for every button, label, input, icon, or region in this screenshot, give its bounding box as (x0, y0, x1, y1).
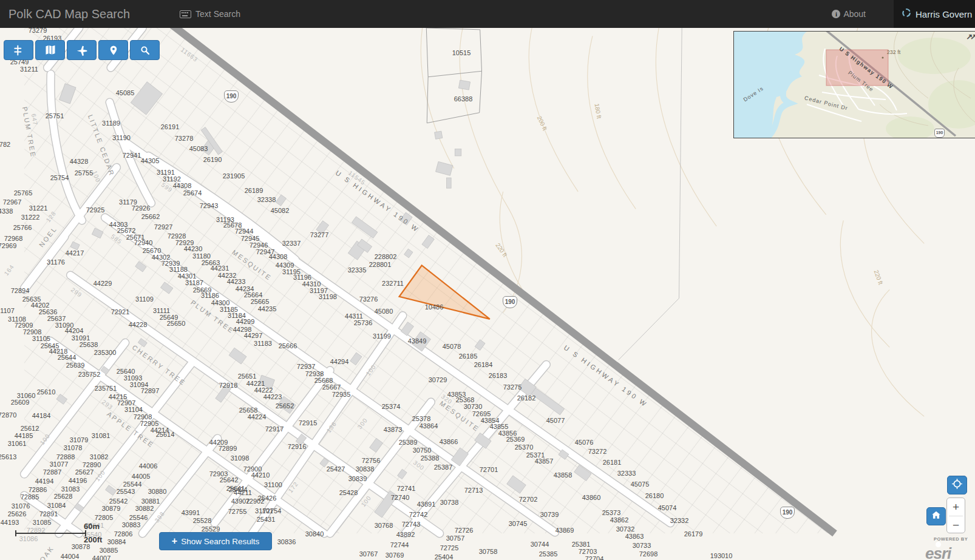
home-icon (931, 510, 942, 523)
esri-logo: esri (925, 544, 951, 560)
inset-graphics (734, 32, 975, 138)
zoom-in-button[interactable]: + (947, 498, 965, 516)
basemap-button[interactable] (35, 40, 65, 60)
map-toolbar (4, 40, 160, 60)
location-button[interactable] (98, 40, 128, 60)
show-search-results-label: Show Search Results (181, 537, 259, 546)
map-icon (44, 44, 56, 56)
home-button[interactable] (926, 507, 946, 525)
pin-icon (108, 45, 119, 56)
nav-text-search-label: Text Search (195, 9, 240, 19)
overview-inset-map[interactable]: U S Highway 190 WPlum TreeCedar Point Dr… (733, 31, 975, 138)
measure-button[interactable] (4, 40, 33, 60)
map-canvas[interactable]: 7327926193257493121145085257513118931190… (0, 28, 975, 560)
search-icon (140, 45, 151, 56)
fly-to-button[interactable] (67, 40, 97, 60)
inset-label: 232 ft (887, 49, 901, 55)
plane-icon (76, 44, 88, 56)
info-icon: i (832, 10, 840, 18)
expand-arrows-icon[interactable]: ↗↗ (966, 32, 974, 41)
zoom-control: + − (946, 498, 965, 533)
harris-logo-icon (902, 8, 911, 20)
keyboard-icon (180, 10, 191, 18)
polk-cad-map-search-app: 7327926193257493121145085257513118931190… (0, 0, 975, 560)
about-link[interactable]: i About (832, 9, 866, 19)
measure-icon (13, 44, 25, 56)
crosshair-icon (951, 478, 963, 492)
harris-govern-brand[interactable]: Harris Govern (894, 0, 975, 28)
locate-button[interactable] (947, 476, 967, 494)
search-button[interactable] (130, 40, 160, 60)
about-label: About (843, 9, 866, 19)
zoom-out-button[interactable]: − (947, 516, 965, 534)
inset-route-shield: 190 (934, 129, 945, 138)
app-header: Polk CAD Map Search Text Search i About … (0, 0, 975, 28)
plus-icon: + (172, 536, 177, 546)
show-search-results-button[interactable]: + Show Search Results (159, 532, 272, 550)
nav-text-search[interactable]: Text Search (180, 9, 240, 19)
brand-label: Harris Govern (916, 9, 972, 19)
app-title: Polk CAD Map Search (8, 7, 130, 21)
